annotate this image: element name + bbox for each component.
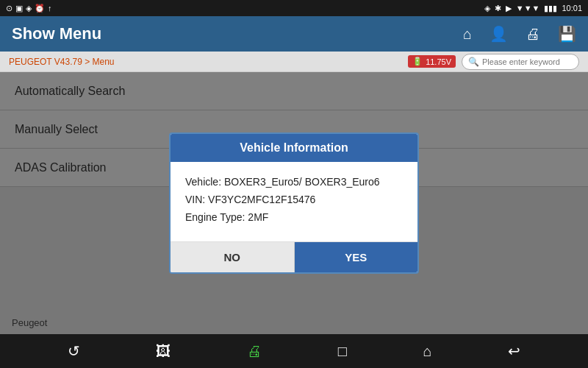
nav-back-icon[interactable]: ↺: [68, 342, 80, 360]
upload-icon: ↑: [48, 4, 52, 13]
battery-status-icon: 🔋: [412, 57, 423, 66]
clock: 10:01: [562, 4, 582, 13]
location-icon: ◈: [484, 4, 490, 13]
user-icon[interactable]: 👤: [490, 25, 508, 43]
modal-overlay: Vehicle Information Vehicle: BOXER3_Euro…: [0, 72, 588, 334]
voltage-value: 11.75V: [426, 57, 451, 66]
play-icon: ▶: [506, 4, 512, 13]
breadcrumb-bar: PEUGEOT V43.79 > Menu 🔋 11.75V 🔍: [0, 52, 588, 72]
dialog-footer: NO YES: [171, 241, 417, 272]
battery-icon: ▮▮▮: [544, 4, 557, 13]
nav-return-icon[interactable]: ↩: [508, 342, 520, 360]
status-icons-right: ◈ ✱ ▶ ▼▼▼ ▮▮▮ 10:01: [484, 4, 582, 13]
print-icon[interactable]: 🖨: [526, 26, 540, 43]
voltage-badge: 🔋 11.75V: [408, 55, 456, 68]
dialog-body: Vehicle: BOXER3_Euro5/ BOXER3_Euro6 VIN:…: [171, 162, 417, 241]
search-input[interactable]: [482, 57, 573, 66]
page-title: Show Menu: [12, 24, 101, 43]
vehicle-info-engine: Engine Type: 2MF: [185, 209, 403, 227]
bluetooth-icon: ✱: [495, 4, 501, 13]
nav-print-icon[interactable]: 🖨: [247, 343, 262, 360]
header-actions: ⌂ 👤 🖨 💾: [463, 25, 576, 43]
wifi-icon: ▣: [15, 4, 23, 13]
signal-strength-icon: ▼▼▼: [516, 4, 540, 13]
vehicle-info-vehicle: Vehicle: BOXER3_Euro5/ BOXER3_Euro6: [185, 174, 403, 191]
status-bar: ⊙ ▣ ◈ ⏰ ↑ ◈ ✱ ▶ ▼▼▼ ▮▮▮ 10:01: [0, 0, 588, 16]
settings-icon: ◈: [26, 4, 32, 13]
home-icon[interactable]: ⌂: [463, 26, 472, 43]
vehicle-info-dialog: Vehicle Information Vehicle: BOXER3_Euro…: [169, 132, 419, 273]
dialog-no-button[interactable]: NO: [171, 242, 295, 272]
dialog-title: Vehicle Information: [171, 134, 417, 162]
nav-square-icon[interactable]: □: [338, 343, 347, 360]
header: Show Menu ⌂ 👤 🖨 💾: [0, 16, 588, 52]
signal-icon: ⊙: [6, 4, 12, 13]
vehicle-info-vin: VIN: VF3YC2MFC12F15476: [185, 191, 403, 209]
search-box[interactable]: 🔍: [462, 54, 579, 70]
nav-home-icon[interactable]: ⌂: [423, 343, 431, 360]
search-icon: 🔍: [468, 57, 479, 67]
main-content: Automatically Search Manually Select ADA…: [0, 72, 588, 334]
alarm-icon: ⏰: [35, 4, 45, 13]
bottom-nav-bar: ↺ 🖼 🖨 □ ⌂ ↩: [0, 334, 588, 368]
save-icon[interactable]: 💾: [558, 25, 576, 43]
breadcrumb: PEUGEOT V43.79 > Menu: [9, 57, 115, 67]
dialog-yes-button[interactable]: YES: [295, 242, 418, 272]
nav-gallery-icon[interactable]: 🖼: [156, 343, 171, 360]
status-icons-left: ⊙ ▣ ◈ ⏰ ↑: [6, 4, 52, 13]
